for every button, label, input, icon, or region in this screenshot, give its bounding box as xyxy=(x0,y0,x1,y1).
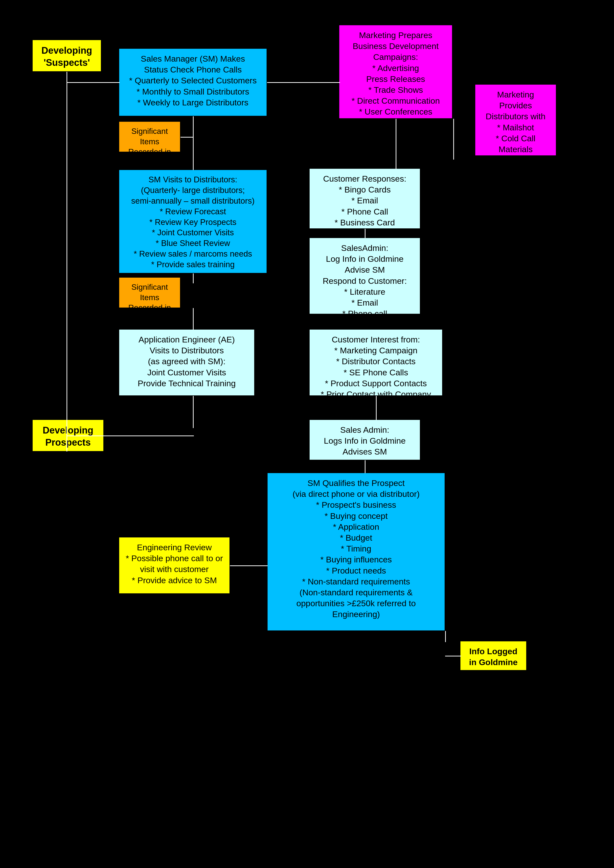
connector-ci-down xyxy=(376,396,377,420)
connector-ae-down xyxy=(193,396,194,428)
customer-interest-label: Customer Interest from:* Marketing Campa… xyxy=(321,335,431,399)
significant-items-2-box: Significant ItemsRecorded inGoldmine xyxy=(119,277,180,308)
info-logged-label: Info Loggedin Goldmine xyxy=(469,646,518,667)
developing-suspects-box: Developing 'Suspects' xyxy=(32,40,101,72)
application-engineer-box: Application Engineer (AE)Visits to Distr… xyxy=(119,329,255,396)
significant-items-1-box: Significant ItemsRecorded inGoldmine xyxy=(119,121,180,152)
sm-qualifies-label: SM Qualifies the Prospect(via direct pho… xyxy=(293,478,420,619)
developing-suspects-label: Developing 'Suspects' xyxy=(42,45,92,68)
connector-smq-down xyxy=(445,631,446,642)
application-engineer-label: Application Engineer (AE)Visits to Distr… xyxy=(138,335,236,388)
connector-cr-down xyxy=(365,229,366,238)
connector-smvisits-down xyxy=(193,273,194,283)
sm-visits-box: SM Visits to Distributors:(Quarterly- la… xyxy=(119,169,267,273)
significant-items-2-label: Significant ItemsRecorded inGoldmine xyxy=(128,283,171,322)
info-logged-box: Info Loggedin Goldmine xyxy=(460,641,527,671)
connector-right-down xyxy=(395,119,396,169)
connector-sig2-down xyxy=(193,308,194,329)
sales-admin-1-box: SalesAdmin:Log Info in GoldmineAdvise SM… xyxy=(309,238,420,314)
engineering-review-label: Engineering Review* Possible phone call … xyxy=(126,543,223,585)
sm-qualifies-box: SM Qualifies the Prospect(via direct pho… xyxy=(267,473,445,631)
sales-admin-2-label: Sales Admin:Logs Info in GoldmineAdvises… xyxy=(324,425,406,456)
sales-admin-1-label: SalesAdmin:Log Info in GoldmineAdvise SM… xyxy=(323,243,407,318)
sm-visits-label: SM Visits to Distributors:(Quarterly- la… xyxy=(131,175,255,269)
marketing-prepares-label: Marketing PreparesBusiness DevelopmentCa… xyxy=(351,30,440,116)
connector-suspects-down xyxy=(67,72,67,452)
connector-smq-right xyxy=(445,656,461,657)
connector-sm-down xyxy=(193,116,194,170)
connector-mp-down xyxy=(453,119,454,160)
flow-diagram: Developing 'Suspects' Marketing Prepares… xyxy=(0,0,614,868)
connector-sa2-down xyxy=(365,460,366,473)
customer-responses-box: Customer Responses:* Bingo Cards* Email*… xyxy=(309,168,420,229)
sales-admin-2-box: Sales Admin:Logs Info in GoldmineAdvises… xyxy=(309,419,420,460)
marketing-provides-box: MarketingProvidesDistributors with* Mail… xyxy=(475,84,557,156)
customer-responses-label: Customer Responses:* Bingo Cards* Email*… xyxy=(323,174,406,227)
connector-sig1-right xyxy=(180,137,193,138)
marketing-prepares-box: Marketing PreparesBusiness DevelopmentCa… xyxy=(339,25,453,119)
sales-manager-box: Sales Manager (SM) MakesStatus Check Pho… xyxy=(119,48,267,116)
sales-manager-label: Sales Manager (SM) MakesStatus Check Pho… xyxy=(129,54,257,107)
connector-v-to-dp xyxy=(67,435,194,436)
engineering-review-box: Engineering Review* Possible phone call … xyxy=(119,537,230,594)
marketing-provides-label: MarketingProvidesDistributors with* Mail… xyxy=(486,90,546,154)
significant-items-1-label: Significant ItemsRecorded inGoldmine xyxy=(128,127,171,166)
connector-suspects-to-sm xyxy=(67,82,120,83)
developing-prospects-label: DevelopingProspects xyxy=(43,425,93,447)
connector-eng-to-sm xyxy=(230,565,268,566)
customer-interest-box: Customer Interest from:* Marketing Campa… xyxy=(309,329,443,396)
connector-sm-right xyxy=(267,82,340,83)
